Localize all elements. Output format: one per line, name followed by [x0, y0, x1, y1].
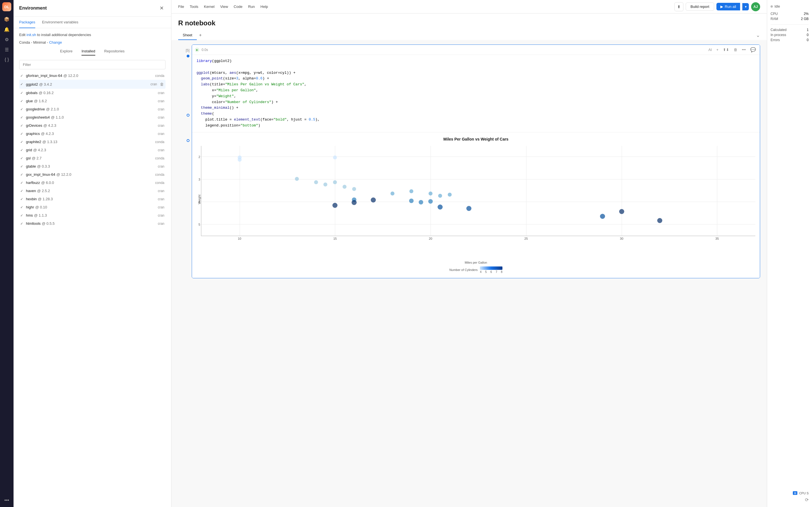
add-cell-button[interactable]: + [715, 47, 720, 52]
delete-cell-button[interactable]: 🗑 [732, 47, 739, 52]
nav-item-code[interactable]: Code [234, 3, 243, 10]
run-all-dropdown-button[interactable]: ▾ [742, 3, 749, 10]
tab-packages[interactable]: Packages [19, 17, 35, 28]
package-item[interactable]: ✓ highr @ 0.10 cran [19, 203, 165, 211]
pkg-name: gfortran_impl_linux-64 [26, 73, 62, 78]
x-axis-tick: 15 [333, 237, 337, 240]
nav-item-file[interactable]: File [178, 3, 184, 10]
move-cell-button[interactable]: ⬆⬇ [722, 47, 730, 52]
scatter-dot [600, 214, 605, 219]
cell-wrapper: [5] ▶ 0.0s AI + ⬆⬇ [178, 45, 760, 278]
pkg-version: @ 1.1.0 [51, 115, 158, 119]
code-rail-icon[interactable]: { } [2, 55, 11, 64]
filter-input[interactable] [19, 60, 165, 69]
package-item[interactable]: ✓ globals @ 0.16.2 cran [19, 89, 165, 97]
legend-ticks: 45678 [480, 270, 502, 274]
pkg-source: cran [151, 82, 157, 86]
package-item[interactable]: ✓ googlesheets4 @ 1.1.0 cran [19, 113, 165, 121]
ram-value: 2 GB [801, 17, 809, 21]
run-icon: ▶ [720, 4, 723, 9]
scatter-dot [619, 209, 624, 214]
cpu-s-label: CPU S [799, 492, 809, 495]
package-item[interactable]: ✓ harfbuzz @ 6.0.0 conda [19, 179, 165, 187]
package-item[interactable]: ✓ graphics @ 4.2.3 cran [19, 129, 165, 138]
ai-cell-button[interactable]: AI [707, 47, 713, 52]
expand-sheets-icon[interactable]: ⌄ [756, 32, 760, 38]
package-item[interactable]: ✓ gsl @ 2.7 conda [19, 154, 165, 162]
settings-rail-icon[interactable]: ⚙ [2, 35, 11, 44]
panel-header: Environment ✕ [13, 0, 171, 17]
calculated-value: 1 [807, 28, 809, 32]
pkg-delete-icon[interactable]: 🗑 [159, 82, 164, 87]
scatter-dot [295, 177, 299, 181]
notebook-title: R notebook [178, 19, 760, 27]
notifications-rail-icon[interactable]: 🔔 [2, 25, 11, 34]
pkg-version: @ 1.3.13 [42, 140, 155, 144]
cell-time: 0.0s [202, 48, 208, 52]
nav-item-kernel[interactable]: Kernel [204, 3, 214, 10]
nav-item-help[interactable]: Help [260, 3, 268, 10]
package-item[interactable]: ✓ htmltools @ 0.5.5 cran [19, 219, 165, 228]
scatter-dot [466, 206, 471, 211]
package-item[interactable]: ✓ haven @ 2.5.2 cran [19, 187, 165, 195]
tab-environment-variables[interactable]: Environment variables [42, 17, 79, 28]
pkg-name: graphite2 [26, 140, 41, 144]
errors-value: 0 [807, 38, 809, 42]
x-axis-tick: 30 [620, 237, 623, 240]
more-cell-button[interactable]: ••• [741, 47, 747, 52]
cell-code[interactable]: library(ggplot2) ggplot(mtcars, aes(x=mp… [192, 55, 760, 132]
pkg-source: conda [155, 173, 164, 177]
right-status-panel: Idle CPU 2% RAM 2 GB Calculated 1 In pro… [767, 0, 812, 507]
app-logo[interactable]: DL [2, 2, 11, 11]
notebook-header: R notebook Sheet + ⌄ [171, 13, 767, 40]
icon-rail: DL 📦 🔔 ⚙ ☰ { } ••• [0, 0, 13, 507]
build-report-button[interactable]: Build report [686, 3, 714, 11]
subtab-installed[interactable]: Installed [82, 49, 95, 55]
package-item[interactable]: ✓ gxx_impl_linux-64 @ 12.2.0 conda [19, 170, 165, 179]
pkg-name: glue [26, 99, 33, 103]
share-button[interactable]: ⬆ [674, 2, 683, 11]
nav-item-view[interactable]: View [220, 3, 228, 10]
nav-item-tools[interactable]: Tools [190, 3, 198, 10]
legend-tick: 7 [496, 270, 497, 274]
package-item[interactable]: ✓ gtable @ 0.3.3 cran [19, 162, 165, 170]
subtab-explore[interactable]: Explore [60, 49, 72, 55]
packages-rail-icon[interactable]: 📦 [2, 15, 11, 24]
pkg-check-icon: ✓ [20, 156, 26, 160]
cell-run-info: ▶ 0.0s [195, 48, 208, 52]
package-item[interactable]: ✓ gfortran_impl_linux-64 @ 12.2.0 conda [19, 71, 165, 80]
pkg-name: gtable [26, 164, 36, 168]
init-sh-link[interactable]: init.sh [27, 33, 36, 37]
package-item[interactable]: ✓ hms @ 1.1.3 cran [19, 211, 165, 219]
package-item[interactable]: ✓ googledrive @ 2.1.0 cran [19, 105, 165, 113]
package-item[interactable]: ✓ graphite2 @ 1.3.13 conda [19, 138, 165, 146]
package-item[interactable]: ✓ grid @ 4.2.3 cran [19, 146, 165, 154]
comment-cell-button[interactable]: 💬 [749, 47, 757, 53]
pkg-source: cran [158, 107, 164, 111]
list-rail-icon[interactable]: ☰ [2, 45, 11, 54]
y-axis-tick: 4 [199, 200, 200, 204]
subtab-repositories[interactable]: Repositories [104, 49, 124, 55]
pkg-check-icon: ✓ [20, 91, 26, 95]
pkg-version: @ 0.3.3 [37, 164, 158, 168]
package-list: ✓ gfortran_impl_linux-64 @ 12.2.0 conda … [19, 71, 165, 228]
pkg-source: cran [158, 99, 164, 103]
nav-item-run[interactable]: Run [248, 3, 255, 10]
run-indicator: ▶ [195, 48, 199, 52]
package-item[interactable]: ✓ grDevices @ 4.2.3 cran [19, 121, 165, 129]
more-rail-icon[interactable]: ••• [2, 496, 11, 505]
add-sheet-button[interactable]: + [197, 31, 204, 40]
pkg-check-icon: ✓ [20, 115, 26, 119]
refresh-button[interactable]: ⟳ [805, 497, 809, 503]
conda-change-link[interactable]: Change [49, 40, 62, 45]
package-item[interactable]: ✓ glue @ 1.6.2 cran [19, 97, 165, 105]
package-item[interactable]: ✓ hexbin @ 1.28.3 cran [19, 195, 165, 203]
close-panel-button[interactable]: ✕ [158, 4, 165, 12]
panel-content: Edit init.sh to install additional depen… [13, 28, 171, 507]
scatter-dot [323, 182, 327, 186]
package-item[interactable]: ✓ ggplot2 @ 3.4.2 cran 🗑 [19, 80, 165, 89]
pkg-name: htmltools [26, 221, 41, 226]
sheet-tab-main[interactable]: Sheet [178, 31, 197, 40]
user-avatar[interactable]: AJ [751, 2, 760, 11]
run-all-button[interactable]: ▶ Run all [716, 3, 740, 10]
